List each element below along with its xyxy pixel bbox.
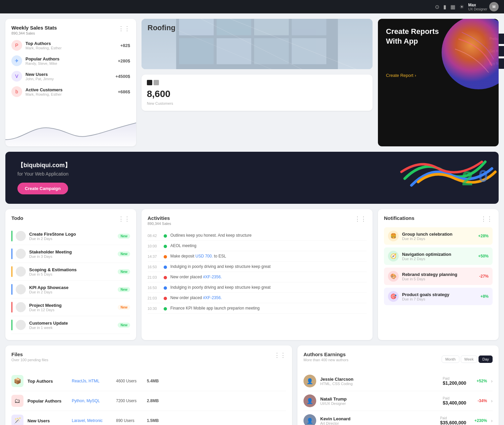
stat-icon: P <box>11 40 22 51</box>
notifications-header: Notifications ⋮⋮ <box>384 215 493 223</box>
activity-rows: 08:42 Outlines keep you honest. And keep… <box>148 230 367 314</box>
campaign-banner: 【biqubiqui.com】 for Your Web Application… <box>5 152 499 204</box>
activities-subtitle: 890,344 Sales <box>148 222 171 226</box>
notifications-menu[interactable]: ⋮⋮ <box>481 215 493 223</box>
period-week-button[interactable]: Week <box>461 356 478 363</box>
file-users: 890 Users <box>116 418 143 423</box>
todo-due: Due in 3 Days <box>29 254 114 258</box>
file-name: Top Authors <box>27 379 68 384</box>
list-item[interactable]: 📦 Top Authors ReactJs, HTML 4600 Users 5… <box>11 371 286 391</box>
todo-title: Todo <box>11 215 23 221</box>
stat-sub: Mark, Rowling, Esther <box>25 46 117 50</box>
chart-icon[interactable]: ▮ <box>443 4 446 10</box>
activity-link[interactable]: #XF-2356. <box>203 275 222 279</box>
stat-icon: ✈ <box>11 55 22 66</box>
stat-sub: John, Pat, Jimmy <box>25 77 112 81</box>
activity-time: 16:50 <box>148 286 160 290</box>
list-item: 🎯 Product goals strategy Due in 7 Days +… <box>384 288 493 305</box>
activity-dot <box>164 245 167 248</box>
list-item: 10:30 Finance KPI Mobile app launch prep… <box>148 303 367 314</box>
search-icon[interactable]: ⊙ <box>435 4 439 10</box>
stat-name: New Users <box>25 72 112 77</box>
weekly-sales-header: Weekly Sales Stats 890,344 Sales ⋮⋮ <box>11 25 130 35</box>
stat-row: ✈ Popular Authors Randy, Steve, Mike +28… <box>11 55 130 66</box>
author-rows: 👤 Jessie Clarcson HTML, CSS Coding Paid … <box>303 371 493 425</box>
period-day-button[interactable]: Day <box>479 356 493 363</box>
avatar[interactable]: M <box>489 2 499 11</box>
file-tech: ReactJs, HTML <box>72 379 112 383</box>
weekly-sales-subtitle: 890,344 Sales <box>11 31 57 35</box>
svg-rect-7 <box>217 38 251 64</box>
activity-time: 16:50 <box>148 265 160 269</box>
file-name: New Users <box>27 418 68 423</box>
stat-value: +82$ <box>120 43 130 48</box>
list-item[interactable]: Customers Update Due in 1 week New <box>11 316 130 334</box>
author-role: UI/UX Designer <box>320 402 439 406</box>
stat-value: +280$ <box>118 58 130 63</box>
list-item[interactable]: Create FireStone Logo Due in 2 Days New <box>11 227 130 245</box>
activities-menu[interactable]: ⋮⋮ <box>354 215 367 223</box>
list-item[interactable]: KPI App Showcase Due in 2 Days New <box>11 281 130 298</box>
activity-link[interactable]: USD 700. <box>195 254 213 258</box>
activity-time: 10:30 <box>148 306 160 311</box>
list-item[interactable]: Project Meeting Due in 12 Days New <box>11 298 130 316</box>
notif-icon: 🧭 <box>388 251 399 262</box>
stat-icon: V <box>11 71 22 82</box>
list-item[interactable]: 🗂 Popular Authors Python, MySQL 7200 Use… <box>11 391 286 411</box>
notifications-title: Notifications <box>384 215 414 221</box>
notif-icon: 🎯 <box>388 291 399 302</box>
brightness-icon[interactable]: ☀ <box>459 4 464 10</box>
create-reports-title: Create Reports With App <box>386 27 491 46</box>
chevron-right-icon[interactable]: › <box>491 418 493 423</box>
notif-due: Due in 7 Days <box>402 297 477 301</box>
authors-title: Authors Earnings <box>303 351 348 357</box>
square-icon-dark <box>147 80 152 85</box>
author-paid: Paid $3,400,000 <box>443 396 466 406</box>
notif-info: Group lunch celebration Due in 2 Days <box>402 232 475 241</box>
files-menu[interactable]: ⋮⋮ <box>274 351 286 359</box>
activity-text: New order placed #XF-2356. <box>170 295 367 300</box>
todo-avatar <box>16 267 26 277</box>
list-item[interactable]: 🪄 New Users Laravel, Metronic 890 Users … <box>11 411 286 425</box>
notif-icon: 🎨 <box>388 271 399 282</box>
grid-icon[interactable]: ▦ <box>450 4 455 10</box>
svg-text:0: 0 <box>479 167 488 186</box>
avatar: 👤 <box>303 394 316 407</box>
weekly-sales-menu[interactable]: ⋮⋮ <box>118 25 130 32</box>
activity-dot <box>164 286 167 290</box>
todo-name: Scoping & Estimations <box>29 267 114 272</box>
author-info: Jessie Clarcson HTML, CSS Coding <box>320 377 439 386</box>
list-item: 👤 Natali Trump UI/UX Designer Paid $3,40… <box>303 391 493 411</box>
create-report-link[interactable]: Create Report › <box>386 73 416 78</box>
todo-header: Todo ⋮⋮ <box>11 215 130 223</box>
activity-link[interactable]: #XF-2356. <box>203 295 222 300</box>
todo-name: Project Meeting <box>29 303 114 308</box>
todo-due: Due in 5 Days <box>29 272 114 276</box>
create-reports-content: Create Reports With App Create Report › <box>378 19 499 86</box>
list-item: 16:50 Indulging in poorly driving and ke… <box>148 262 367 272</box>
activity-dot <box>164 276 167 279</box>
files-subtitle: Over 100 pending files <box>11 358 48 362</box>
notif-name: Rebrand strategy planning <box>402 272 476 277</box>
create-campaign-button[interactable]: Create Campaign <box>17 183 68 194</box>
todo-menu[interactable]: ⋮⋮ <box>118 215 130 223</box>
paid-label: Paid <box>443 377 466 380</box>
activity-time: 08:42 <box>148 234 160 238</box>
avatar: 👤 <box>303 414 316 425</box>
chevron-right-icon[interactable]: › <box>491 378 493 384</box>
todo-avatar <box>16 320 26 330</box>
file-users: 4600 Users <box>116 379 143 383</box>
todo-bar <box>11 284 12 295</box>
svg-text:2: 2 <box>462 167 473 190</box>
list-item[interactable]: Stakeholder Meeting Due in 3 Days New <box>11 245 130 263</box>
todo-info: Create FireStone Logo Due in 2 Days <box>29 232 114 241</box>
new-customers-label: New Customers <box>147 101 367 105</box>
todo-due: Due in 2 Days <box>29 237 114 241</box>
paid-value: $3,400,000 <box>443 400 466 406</box>
list-item: 08:42 Outlines keep you honest. And keep… <box>148 230 367 241</box>
period-month-button[interactable]: Month <box>442 356 459 363</box>
chevron-right-icon[interactable]: › <box>491 398 493 404</box>
list-item[interactable]: Scoping & Estimations Due in 5 Days New <box>11 263 130 281</box>
activity-dot <box>164 234 167 238</box>
author-info: Kevin Leonard Art Director <box>320 416 436 425</box>
